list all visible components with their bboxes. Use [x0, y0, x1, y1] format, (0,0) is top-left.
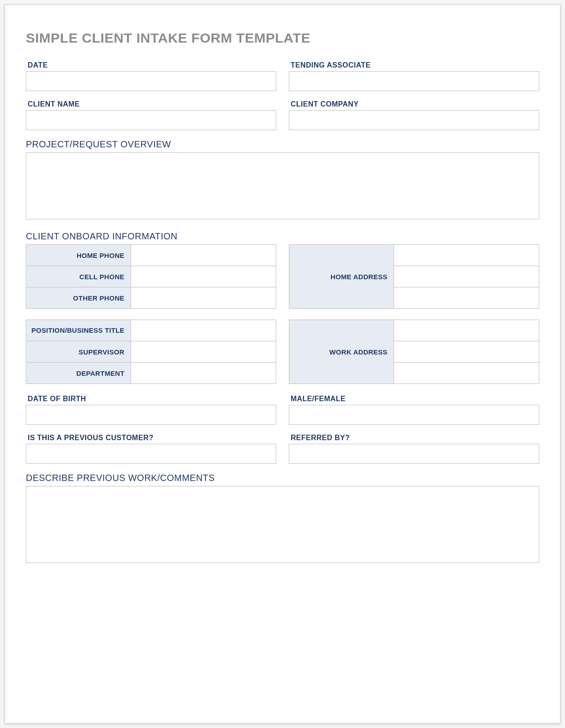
onboard-row-phones-homeaddr: HOME PHONE CELL PHONE OTHER PHONE HOME A…: [26, 244, 539, 309]
project-overview-textarea[interactable]: [26, 152, 539, 219]
work-address-table: WORK ADDRESS: [289, 320, 539, 384]
prev-customer-input[interactable]: [26, 444, 276, 464]
gender-input[interactable]: [289, 405, 539, 425]
client-company-label: CLIENT COMPANY: [291, 100, 539, 108]
dob-field-group: DATE OF BIRTH: [26, 395, 276, 425]
date-label: DATE: [28, 61, 276, 69]
client-company-input[interactable]: [289, 110, 539, 130]
tending-associate-label: TENDING ASSOCIATE: [291, 61, 539, 69]
home-address-line2-input[interactable]: [394, 266, 539, 287]
cell-phone-input[interactable]: [131, 266, 276, 287]
referred-by-label: REFERRED BY?: [291, 434, 539, 442]
home-phone-label: HOME PHONE: [26, 245, 131, 266]
date-field-group: DATE: [26, 61, 276, 91]
work-address-line2-input[interactable]: [394, 341, 539, 362]
onboard-info-label: CLIENT ONBOARD INFORMATION: [26, 231, 539, 242]
project-overview-label: PROJECT/REQUEST OVERVIEW: [26, 139, 539, 150]
client-name-label: CLIENT NAME: [28, 100, 276, 108]
row-date-associate: DATE TENDING ASSOCIATE: [26, 61, 539, 91]
phones-table: HOME PHONE CELL PHONE OTHER PHONE: [26, 244, 276, 309]
home-address-line1-input[interactable]: [394, 245, 539, 266]
tending-associate-field-group: TENDING ASSOCIATE: [289, 61, 539, 91]
work-address-line1-input[interactable]: [394, 320, 539, 341]
row-clientname-company: CLIENT NAME CLIENT COMPANY: [26, 100, 539, 130]
describe-previous-label: DESCRIBE PREVIOUS WORK/COMMENTS: [26, 473, 539, 483]
client-name-input[interactable]: [26, 110, 276, 130]
tending-associate-input[interactable]: [289, 71, 539, 91]
referred-by-input[interactable]: [289, 444, 539, 464]
referred-by-field-group: REFERRED BY?: [289, 434, 539, 464]
position-title-label: POSITION/BUSINESS TITLE: [26, 320, 131, 341]
work-address-line3-input[interactable]: [394, 363, 539, 383]
prev-customer-label: IS THIS A PREVIOUS CUSTOMER?: [28, 434, 276, 442]
cell-phone-label: CELL PHONE: [26, 266, 131, 287]
home-phone-input[interactable]: [131, 245, 276, 266]
client-company-field-group: CLIENT COMPANY: [289, 100, 539, 130]
prev-customer-field-group: IS THIS A PREVIOUS CUSTOMER?: [26, 434, 276, 464]
home-address-line3-input[interactable]: [394, 287, 539, 308]
department-input[interactable]: [131, 363, 276, 383]
home-address-table: HOME ADDRESS: [289, 244, 539, 309]
other-phone-input[interactable]: [131, 287, 276, 308]
row-prevcust-referred: IS THIS A PREVIOUS CUSTOMER? REFERRED BY…: [26, 434, 539, 464]
work-address-label: WORK ADDRESS: [289, 320, 394, 384]
home-address-label: HOME ADDRESS: [289, 245, 394, 309]
department-label: DEPARTMENT: [26, 363, 131, 384]
page-title: SIMPLE CLIENT INTAKE FORM TEMPLATE: [26, 30, 539, 46]
dob-label: DATE OF BIRTH: [28, 395, 276, 403]
gender-field-group: MALE/FEMALE: [289, 395, 539, 425]
other-phone-label: OTHER PHONE: [26, 287, 131, 309]
client-name-field-group: CLIENT NAME: [26, 100, 276, 130]
supervisor-label: SUPERVISOR: [26, 341, 131, 363]
supervisor-input[interactable]: [131, 341, 276, 362]
dob-input[interactable]: [26, 405, 276, 425]
describe-previous-textarea[interactable]: [26, 486, 539, 563]
gender-label: MALE/FEMALE: [291, 395, 539, 403]
position-title-input[interactable]: [131, 320, 276, 341]
row-dob-gender: DATE OF BIRTH MALE/FEMALE: [26, 395, 539, 425]
date-input[interactable]: [26, 71, 276, 91]
intake-form-page: SIMPLE CLIENT INTAKE FORM TEMPLATE DATE …: [5, 5, 560, 723]
onboard-row-position-workaddr: POSITION/BUSINESS TITLE SUPERVISOR DEPAR…: [26, 320, 539, 384]
position-table: POSITION/BUSINESS TITLE SUPERVISOR DEPAR…: [26, 320, 276, 384]
